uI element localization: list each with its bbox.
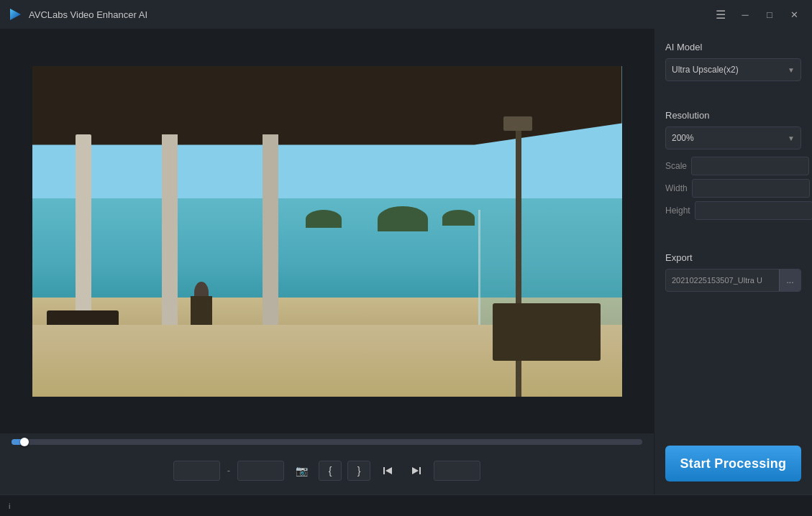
minimize-button[interactable]: ─ — [734, 4, 756, 25]
height-label: Height — [665, 206, 690, 216]
right-panel: AI Model Ultra Upscale(x2) ▼ Resolution … — [654, 29, 812, 494]
resolution-dropdown[interactable]: 200% ▼ — [665, 126, 801, 149]
ai-model-label: AI Model — [665, 42, 801, 52]
progress-thumb[interactable] — [20, 438, 29, 446]
scale-label: Scale — [665, 161, 687, 171]
export-browse-button[interactable]: ... — [779, 269, 800, 291]
controls-separator: - — [226, 465, 232, 476]
export-field: 20210225153507_Ultra U ... — [665, 269, 801, 292]
next-frame-button[interactable] — [405, 461, 428, 481]
spacer-1 — [665, 94, 801, 97]
app-title: AVCLabs Video Enhancer AI — [29, 9, 710, 20]
scene-island-1 — [306, 210, 342, 228]
scene-lamp — [503, 116, 532, 131]
progress-bar[interactable] — [12, 439, 642, 445]
height-input[interactable]: 1088 — [695, 201, 812, 220]
controls-bar: 0 - 310 📷 { } — [0, 433, 654, 494]
prev-frame-button[interactable] — [376, 461, 399, 481]
scale-input[interactable]: 200 — [691, 157, 809, 175]
export-filename: 20210225153507_Ultra U — [666, 276, 779, 285]
video-section: 0 - 310 📷 { } — [0, 29, 654, 494]
app-logo — [7, 6, 23, 22]
resolution-selected: 200% — [672, 133, 694, 143]
scale-row: Scale 200 % — [665, 157, 801, 175]
main-content: 0 - 310 📷 { } — [0, 29, 812, 494]
width-row: Width 1920 — [665, 179, 801, 198]
resolution-chevron-icon: ▼ — [788, 134, 795, 142]
resolution-label: Resolution — [665, 110, 801, 121]
export-label: Export — [665, 252, 801, 263]
maximize-button[interactable]: □ — [759, 4, 780, 25]
start-processing-button[interactable]: Start Processing — [665, 446, 801, 482]
bracket-close-button[interactable]: } — [347, 461, 370, 481]
screenshot-button[interactable]: 📷 — [290, 461, 313, 481]
menu-button[interactable]: ☰ — [710, 4, 731, 25]
scene-furniture — [493, 303, 601, 361]
video-container — [0, 29, 654, 433]
width-label: Width — [665, 183, 688, 193]
resolution-section: Resolution 200% ▼ Scale 200 % Width 1920… — [665, 110, 801, 224]
close-button[interactable]: ✕ — [783, 4, 805, 25]
frame-end-input[interactable]: 310 — [237, 461, 284, 481]
status-text: i — [9, 502, 10, 510]
bracket-open-button[interactable]: { — [319, 461, 342, 481]
height-row: Height 1088 — [665, 201, 801, 220]
ai-model-selected: Ultra Upscale(x2) — [672, 65, 739, 75]
svg-marker-0 — [10, 9, 21, 20]
width-input[interactable]: 1920 — [692, 179, 810, 198]
svg-marker-4 — [412, 467, 419, 474]
spacer-2 — [665, 236, 801, 239]
frame-start-input[interactable]: 0 — [173, 461, 220, 481]
ai-model-dropdown[interactable]: Ultra Upscale(x2) ▼ — [665, 58, 801, 81]
titlebar: AVCLabs Video Enhancer AI ☰ ─ □ ✕ — [0, 0, 812, 29]
controls-row: 0 - 310 📷 { } — [7, 451, 647, 490]
scene-island-3 — [442, 210, 475, 226]
ai-model-section: AI Model Ultra Upscale(x2) ▼ — [665, 42, 801, 81]
prev-frame-icon — [381, 464, 394, 477]
video-thumbnail — [32, 66, 622, 397]
ai-model-chevron-icon: ▼ — [788, 66, 795, 74]
next-frame-icon — [410, 464, 423, 477]
scene-island-2 — [378, 206, 428, 231]
current-frame-input[interactable]: 0 — [434, 461, 480, 481]
status-bar: i — [0, 494, 812, 516]
svg-marker-2 — [386, 467, 392, 474]
svg-rect-1 — [383, 467, 385, 474]
export-section: Export 20210225153507_Ultra U ... — [665, 252, 801, 292]
camera-icon: 📷 — [296, 465, 308, 476]
svg-rect-3 — [419, 467, 421, 474]
